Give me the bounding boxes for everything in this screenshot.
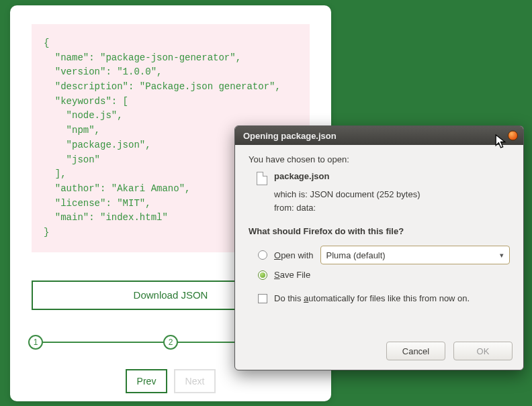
- open-with-label: Open with: [274, 250, 314, 260]
- save-file-option[interactable]: Save File: [249, 267, 510, 283]
- auto-row[interactable]: Do this automatically for files like thi…: [249, 283, 510, 303]
- ok-button[interactable]: OK: [453, 342, 513, 360]
- dialog-body: You have chosen to open: package.json wh…: [235, 145, 523, 303]
- cancel-button[interactable]: Cancel: [386, 342, 445, 360]
- close-icon[interactable]: [508, 131, 518, 141]
- dialog-question: What should Firefox do with this file?: [249, 226, 510, 236]
- prev-button[interactable]: Prev: [126, 369, 167, 393]
- open-with-app: Pluma (default): [326, 250, 386, 260]
- step-1[interactable]: 1: [28, 335, 43, 350]
- auto-checkbox[interactable]: [258, 294, 267, 303]
- nav-buttons: Prev Next: [32, 369, 310, 393]
- next-button: Next: [174, 369, 216, 393]
- save-file-label: Save File: [274, 270, 310, 280]
- open-with-select[interactable]: Pluma (default) ▾: [320, 246, 510, 264]
- download-dialog: Opening package.json You have chosen to …: [234, 125, 524, 370]
- dialog-button-row: Cancel OK: [386, 342, 513, 360]
- auto-label: Do this automatically for files like thi…: [274, 293, 470, 303]
- which-is-value: JSON document (252 bytes): [310, 189, 420, 199]
- radio-save-file[interactable]: [258, 270, 267, 280]
- from-value: data:: [296, 203, 316, 213]
- file-meta: which is: JSON document (252 bytes) from…: [249, 188, 510, 214]
- from-label: from:: [274, 203, 294, 213]
- file-name: package.json: [274, 171, 329, 181]
- file-row: package.json: [249, 171, 510, 185]
- dialog-intro: You have chosen to open:: [249, 154, 510, 164]
- file-icon: [257, 172, 267, 185]
- dialog-title: Opening package.json: [243, 131, 337, 141]
- radio-open-with[interactable]: [258, 250, 267, 260]
- open-with-option[interactable]: Open with Pluma (default) ▾: [249, 243, 510, 267]
- chevron-down-icon: ▾: [500, 251, 504, 260]
- step-2[interactable]: 2: [163, 335, 178, 350]
- which-is-label: which is:: [274, 189, 308, 199]
- dialog-titlebar[interactable]: Opening package.json: [235, 126, 523, 145]
